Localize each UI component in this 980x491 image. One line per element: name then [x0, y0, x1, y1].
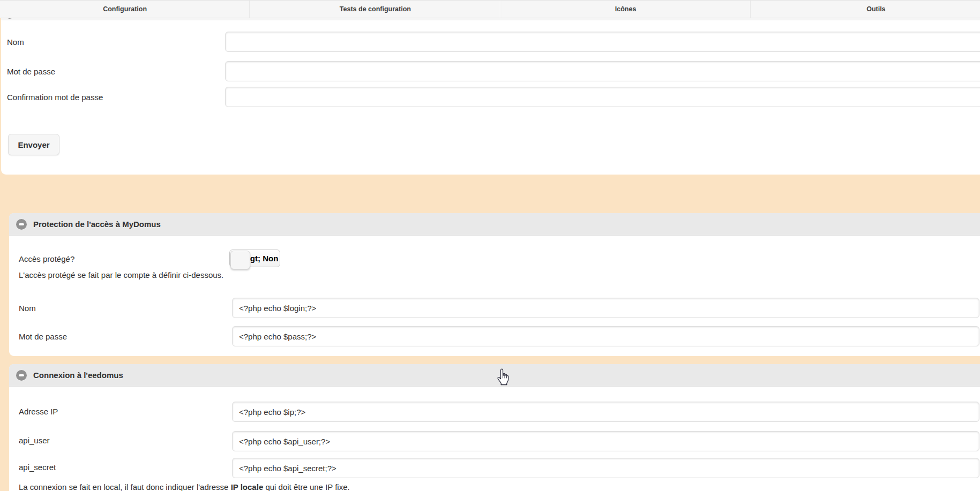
- top-form-label-mot-de-passe: Mot de passe: [7, 67, 55, 76]
- note-text-post: qui doit être une IP fixe.: [263, 482, 350, 491]
- minus-glyph: [19, 223, 24, 225]
- connexion-collapse-header[interactable]: Connexion à l'eedomus: [9, 364, 980, 387]
- connexion-label-api-secret: api_secret: [19, 463, 56, 472]
- connexion-label-api-user: api_user: [19, 436, 50, 445]
- connexion-section-title: Connexion à l'eedomus: [33, 371, 123, 380]
- connexion-input-api-user[interactable]: [232, 431, 979, 451]
- tab-icones[interactable]: Icônes: [500, 1, 751, 18]
- connexion-input-adresse-ip[interactable]: [232, 402, 979, 422]
- connexion-label-adresse-ip: Adresse IP: [19, 407, 58, 416]
- top-form-input-confirmation[interactable]: [225, 87, 980, 107]
- navbar: Configuration Tests de configuration Icô…: [0, 0, 980, 18]
- note-text-pre: La connexion se fait en local, il faut d…: [19, 482, 231, 491]
- flip-switch-handle[interactable]: [230, 251, 250, 269]
- connexion-ip-note: La connexion se fait en local, il faut d…: [19, 482, 350, 491]
- acces-protege-note: L'accès protégé se fait par le compte à …: [19, 270, 223, 280]
- protection-label-nom: Nom: [19, 304, 36, 313]
- protection-section-title: Protection de l'accès à MyDomus: [33, 220, 161, 229]
- protection-label-mot-de-passe: Mot de passe: [19, 332, 67, 341]
- page-root: { "page": { "background": "#fbe3c3" }, "…: [0, 0, 980, 491]
- top-form-input-mot-de-passe[interactable]: [225, 61, 980, 81]
- collapse-minus-icon[interactable]: [16, 370, 27, 381]
- top-form-label-confirmation: Confirmation mot de passe: [7, 93, 103, 102]
- collapse-minus-icon[interactable]: [16, 219, 27, 230]
- connexion-input-api-secret[interactable]: [232, 458, 979, 478]
- minus-glyph: [19, 374, 24, 376]
- acces-protege-flip-switch[interactable]: &gt; Non: [229, 250, 280, 267]
- note-text-bold: IP locale: [231, 482, 264, 491]
- tab-tests-de-configuration[interactable]: Tests de configuration: [250, 1, 500, 18]
- protection-collapse-header[interactable]: Protection de l'accès à MyDomus: [9, 213, 980, 236]
- tab-configuration[interactable]: Configuration: [0, 1, 250, 18]
- protection-input-mot-de-passe[interactable]: [232, 326, 979, 346]
- top-form-label-nom: Nom: [7, 37, 24, 47]
- tab-outils[interactable]: Outils: [751, 1, 980, 18]
- top-form-input-nom[interactable]: [225, 32, 980, 52]
- acces-protege-label: Accès protégé?: [19, 254, 74, 263]
- protection-input-nom[interactable]: [232, 298, 979, 318]
- envoyer-button[interactable]: Envoyer: [8, 134, 59, 155]
